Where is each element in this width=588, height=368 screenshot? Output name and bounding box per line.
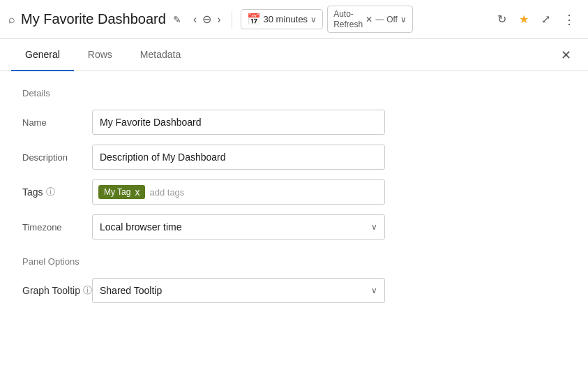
autorefresh-off-label: Off	[386, 15, 398, 24]
tags-label: Tags	[22, 186, 43, 198]
graph-tooltip-info-icon[interactable]: ⓘ	[83, 284, 92, 297]
tab-general[interactable]: General	[11, 39, 74, 71]
tags-label-area: Tags ⓘ	[22, 186, 92, 198]
edit-icon[interactable]: ✎	[173, 14, 181, 25]
tag-label: My Tag	[104, 187, 130, 197]
tags-info-icon[interactable]: ⓘ	[46, 186, 55, 198]
graph-tooltip-chevron-icon: ∨	[371, 286, 377, 295]
tags-add-placeholder[interactable]: add tags	[149, 187, 184, 198]
form-content: Details Name Description Tags ⓘ My Tag x…	[0, 71, 588, 330]
time-range-picker[interactable]: 📅 30 minutes ∨	[241, 9, 324, 29]
search-icon: ⌕	[8, 13, 15, 26]
tabs-bar: General Rows Metadata ✕	[0, 39, 588, 71]
tag-chip: My Tag x	[98, 185, 145, 199]
toolbar-divider-1	[232, 11, 232, 28]
timezone-row: Timezone Local browser time ∨	[22, 214, 566, 240]
graph-tooltip-row: Graph Tooltip ⓘ Shared Tooltip ∨	[22, 278, 566, 303]
timezone-chevron-icon: ∨	[371, 222, 377, 232]
tags-input-area[interactable]: My Tag x add tags	[92, 179, 385, 205]
autorefresh-close-icon[interactable]: ✕	[365, 15, 372, 24]
description-row: Description	[22, 145, 566, 170]
description-label: Description	[22, 152, 92, 163]
tab-rows[interactable]: Rows	[74, 39, 126, 71]
graph-tooltip-value: Shared Tooltip	[100, 285, 162, 296]
graph-tooltip-label-area: Graph Tooltip ⓘ	[22, 284, 92, 297]
description-input[interactable]	[92, 145, 385, 170]
name-row: Name	[22, 110, 566, 135]
name-input[interactable]	[92, 110, 385, 135]
timezone-label: Timezone	[22, 222, 92, 233]
refresh-button[interactable]: ↻	[493, 10, 511, 29]
graph-tooltip-label: Graph Tooltip	[22, 285, 80, 296]
timezone-select[interactable]: Local browser time ∨	[92, 214, 385, 240]
dashboard-title: My Favorite Dashboard	[21, 11, 166, 27]
panel-options-label: Panel Options	[22, 256, 566, 267]
zoom-icon[interactable]: ⊖	[200, 11, 213, 27]
toolbar: ⌕ My Favorite Dashboard ✎ ‹ ⊖ › 📅 30 min…	[0, 0, 588, 39]
nav-forward-button[interactable]: ›	[215, 12, 223, 27]
graph-tooltip-select[interactable]: Shared Tooltip ∨	[92, 278, 385, 303]
favorite-star-button[interactable]: ★	[515, 10, 533, 29]
autorefresh-control[interactable]: Auto- Refresh ✕ — Off ∨	[327, 6, 413, 33]
tag-remove-button[interactable]: x	[135, 186, 140, 198]
autorefresh-dash: —	[375, 15, 384, 24]
close-settings-button[interactable]: ✕	[555, 42, 577, 68]
name-label: Name	[22, 117, 92, 128]
details-section-label: Details	[22, 88, 566, 98]
expand-button[interactable]: ⤢	[537, 10, 555, 29]
time-range-label: 30 minutes	[264, 14, 308, 24]
calendar-icon: 📅	[247, 13, 261, 26]
tags-row: Tags ⓘ My Tag x add tags	[22, 179, 566, 205]
timezone-value: Local browser time	[100, 221, 182, 233]
settings-panel: General Rows Metadata ✕ Details Name Des…	[0, 39, 588, 330]
kebab-menu-button[interactable]: ⋮	[559, 9, 580, 30]
nav-back-forward: ‹ ⊖ ›	[191, 11, 223, 27]
autorefresh-label: Auto- Refresh	[333, 9, 363, 29]
time-range-chevron-icon: ∨	[310, 15, 317, 24]
nav-back-button[interactable]: ‹	[191, 12, 199, 27]
autorefresh-chevron-icon[interactable]: ∨	[400, 15, 407, 24]
panel-options-section: Panel Options Graph Tooltip ⓘ Shared Too…	[22, 256, 566, 303]
tab-metadata[interactable]: Metadata	[126, 39, 195, 71]
